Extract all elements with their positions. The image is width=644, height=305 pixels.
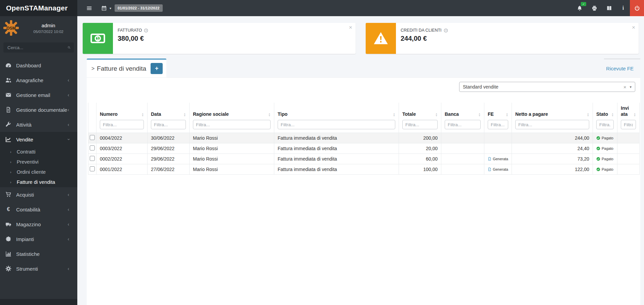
chevron-left-icon: ‹ [68, 77, 69, 83]
filter-tipo[interactable] [278, 120, 395, 129]
col-data[interactable]: Data▲▼ [148, 103, 190, 133]
sidebar-item-magazzino[interactable]: Magazzino ‹ [0, 217, 77, 232]
date-range-badge[interactable]: 01/01/2022 - 31/12/2022 [115, 4, 162, 12]
sidebar-item-gestione-documentale[interactable]: Gestione documentale ‹ [0, 102, 77, 117]
sidebar-item-ordini-cliente[interactable]: › Ordini cliente [0, 167, 77, 177]
sort-icons[interactable]: ▲▼ [611, 113, 614, 117]
table-row[interactable]: 0003/2022 29/06/2022 Mario Rossi Fattura… [88, 143, 640, 154]
sidebar-item-contratti[interactable]: › Contratti [0, 147, 77, 157]
col-totale[interactable]: Totale▲▼ [399, 103, 441, 133]
sidebar-item-anagrafiche[interactable]: Anagrafiche ‹ [0, 73, 77, 88]
sort-icons[interactable]: ▲▼ [268, 113, 271, 117]
logout-button[interactable] [630, 0, 644, 16]
infobox-crediti: CREDITI DA CLIENTI ? 244,00 € × [366, 23, 639, 54]
docs-button[interactable] [602, 0, 616, 16]
breadcrumb-arrow: > [91, 66, 94, 72]
chevron-left-icon: ‹ [68, 192, 69, 197]
tachometer-icon [5, 62, 11, 68]
cart-icon [5, 192, 11, 198]
invoices-table-wrap: Numero▲▼ Data▲▼ Ragione sociale▲▼ [88, 103, 639, 175]
row-checkbox[interactable] [90, 166, 95, 171]
col-ragione-sociale[interactable]: Ragione sociale▲▼ [190, 103, 274, 133]
close-icon[interactable]: × [349, 25, 352, 30]
sort-icons[interactable]: ▲▼ [634, 113, 636, 117]
sidebar-item-strumenti[interactable]: Strumenti ‹ [0, 261, 77, 276]
top-navbar: OpenSTAManager ▾ 01/01/2022 - 31/12/2022… [0, 0, 644, 16]
printer-icon [592, 5, 597, 11]
euro-icon: € [5, 206, 11, 212]
close-icon[interactable]: × [632, 25, 635, 30]
filter-stato[interactable] [596, 120, 614, 129]
col-inviata[interactable]: Inviata▲▼ [617, 103, 640, 133]
col-numero[interactable]: Numero▲▼ [96, 103, 148, 133]
row-checkbox[interactable] [90, 145, 95, 150]
filter-inviata[interactable] [621, 120, 636, 129]
sort-icons[interactable]: ▲▼ [506, 113, 508, 117]
col-netto-a-pagare[interactable]: Netto a pagare▲▼ [512, 103, 593, 133]
puzzle-icon [5, 236, 11, 242]
table-row[interactable]: 0002/2022 29/06/2022 Mario Rossi Fattura… [88, 154, 640, 164]
sidebar-item-preventivi[interactable]: › Preventivi [0, 157, 77, 167]
chevron-left-icon: ‹ [68, 222, 69, 227]
filter-netto-a-pagare[interactable] [515, 120, 589, 129]
infobox-label: FATTURATO [118, 28, 142, 33]
search-icon[interactable] [68, 45, 71, 50]
col-tipo[interactable]: Tipo▲▼ [274, 103, 399, 133]
sidebar-item-fatture-di-vendita[interactable]: › Fatture di vendita [0, 177, 77, 187]
module-view-select[interactable]: Standard vendite × ▾ [459, 82, 635, 92]
question-circle-icon[interactable]: ? [144, 28, 148, 33]
sidebar-item-acquisti[interactable]: Acquisti ‹ [0, 187, 77, 202]
add-invoice-button[interactable]: + [151, 63, 163, 74]
sidebar-item-dashboard[interactable]: Dashboard [0, 58, 77, 73]
chevron-left-icon: ‹ [68, 266, 69, 271]
chevron-left-icon: ‹ [68, 207, 69, 212]
col-fe[interactable]: FE▲▼ [484, 103, 512, 133]
question-circle-icon[interactable]: ? [444, 28, 448, 33]
info-button[interactable]: i [616, 0, 630, 16]
sidebar-item-attivita[interactable]: Attività ‹ [0, 117, 77, 132]
col-stato[interactable]: Stato▲▼ [593, 103, 617, 133]
select-caret-icon: ▾ [630, 85, 632, 89]
sidebar-item-statistiche[interactable]: Statistiche [0, 246, 77, 261]
infobox-label: CREDITI DA CLIENTI [401, 28, 442, 33]
sidebar-item-impianti[interactable]: Impianti ‹ [0, 232, 77, 246]
table-row[interactable]: 0004/2022 30/06/2022 Mario Rossi Fattura… [88, 133, 640, 143]
sort-icons[interactable]: ▲▼ [142, 113, 144, 117]
filter-numero[interactable] [100, 120, 144, 129]
row-checkbox[interactable] [90, 135, 95, 140]
col-banca[interactable]: Banca▲▼ [441, 103, 484, 133]
tab-fatture-di-vendita[interactable]: > Fatture di vendita + [87, 59, 166, 77]
sort-icons[interactable]: ▲▼ [435, 113, 438, 117]
sort-icons[interactable]: ▲▼ [393, 113, 395, 117]
power-icon [634, 5, 640, 11]
table-row[interactable]: 0001/2022 27/06/2022 Mario Rossi Fattura… [88, 164, 640, 175]
filter-data[interactable] [151, 120, 186, 129]
clear-select-icon[interactable]: × [623, 84, 627, 90]
fe-generata-badge: Generata [488, 167, 508, 171]
chevron-left-icon: ‹ [68, 236, 69, 242]
filter-ragione-sociale[interactable] [193, 120, 271, 129]
filter-totale[interactable] [402, 120, 438, 129]
filter-fe[interactable] [488, 120, 508, 129]
sidebar-item-vendite[interactable]: Vendite ‹ [0, 132, 77, 147]
sort-icons[interactable]: ▲▼ [184, 113, 186, 117]
sort-icons[interactable]: ▲▼ [478, 113, 481, 117]
xml-file-icon [488, 157, 491, 161]
row-checkbox[interactable] [90, 156, 95, 161]
tab-ricevute-fe[interactable]: Ricevute FE [604, 59, 640, 77]
svg-text:1: 1 [96, 36, 99, 41]
notifications-button[interactable]: ✓ [572, 0, 587, 16]
filter-banca[interactable] [445, 120, 481, 129]
check-circle-icon [596, 146, 600, 150]
sort-icons[interactable]: ▲▼ [587, 113, 589, 117]
status-badge: Pagato [596, 167, 614, 171]
sidebar-item-gestione-email[interactable]: Gestione email ‹ [0, 88, 77, 102]
xml-file-icon [488, 167, 491, 171]
search-input[interactable] [7, 45, 68, 50]
calendar-button[interactable] [99, 0, 109, 16]
file-icon [5, 107, 11, 113]
hamburger-icon [86, 5, 92, 11]
sidebar-item-contabilita[interactable]: € Contabilità ‹ [0, 202, 77, 217]
print-button[interactable] [587, 0, 602, 16]
sidebar-toggle-button[interactable] [83, 0, 95, 16]
